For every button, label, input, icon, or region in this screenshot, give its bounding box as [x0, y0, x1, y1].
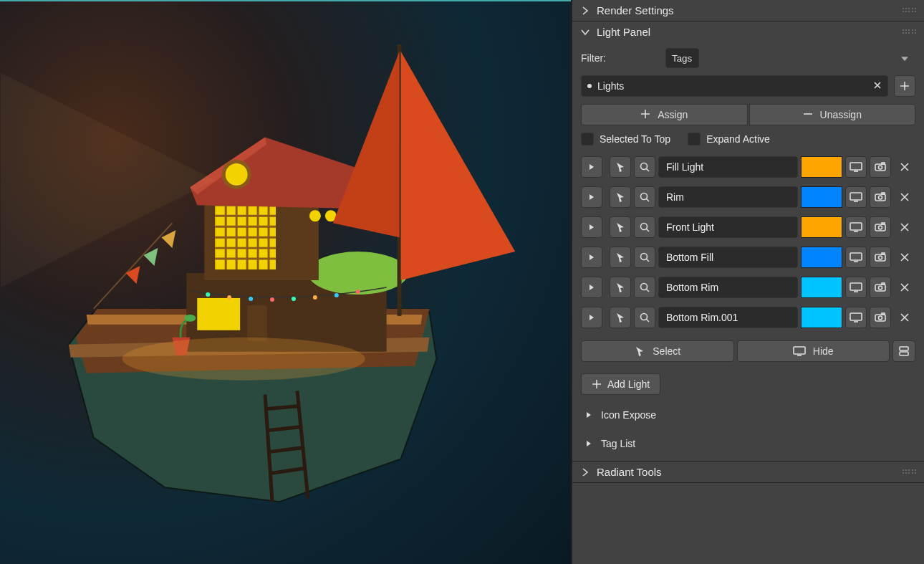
- panel-header-light-panel[interactable]: Light Panel: [572, 21, 924, 42]
- remove-light-button[interactable]: [894, 156, 915, 178]
- svg-point-36: [641, 254, 648, 260]
- svg-rect-32: [850, 223, 862, 230]
- light-name-text: Front Light: [666, 221, 714, 233]
- light-color-swatch[interactable]: [801, 307, 842, 328]
- add-tag-button[interactable]: [894, 75, 915, 97]
- remove-light-button[interactable]: [894, 307, 915, 328]
- render-visibility-button[interactable]: [870, 277, 891, 298]
- find-light-button[interactable]: [634, 277, 655, 298]
- select-button[interactable]: Select: [581, 340, 734, 362]
- find-light-button[interactable]: [634, 247, 655, 268]
- filter-label: Filter:: [581, 52, 660, 64]
- isolate-button[interactable]: [892, 340, 915, 362]
- light-color-swatch[interactable]: [801, 247, 842, 268]
- tag-chip-lights[interactable]: Lights: [581, 75, 888, 97]
- viewport-visibility-button[interactable]: [845, 307, 867, 328]
- assign-button[interactable]: Assign: [581, 104, 748, 125]
- find-light-button[interactable]: [634, 307, 655, 328]
- remove-light-button[interactable]: [894, 186, 915, 208]
- light-name-input[interactable]: Front Light: [658, 216, 798, 238]
- cursor-icon: [634, 345, 645, 357]
- expand-toggle[interactable]: [581, 247, 602, 268]
- close-icon[interactable]: [873, 80, 882, 92]
- select-light-button[interactable]: [610, 156, 631, 178]
- viewport-visibility-button[interactable]: [845, 156, 867, 178]
- select-light-button[interactable]: [610, 307, 631, 328]
- monitor-icon: [850, 222, 862, 232]
- chevron-right-icon: [579, 467, 591, 478]
- light-item: Bottom Fill: [581, 246, 915, 269]
- light-name-input[interactable]: Bottom Rim.001: [658, 307, 798, 328]
- light-color-swatch[interactable]: [801, 186, 842, 208]
- select-light-button[interactable]: [610, 277, 631, 298]
- light-color-swatch[interactable]: [801, 277, 842, 298]
- light-name-input[interactable]: Bottom Rim: [658, 277, 798, 298]
- light-item: Bottom Rim: [581, 276, 915, 299]
- light-name-text: Fill Light: [666, 161, 703, 173]
- svg-rect-50: [882, 313, 885, 315]
- selected-to-top-checkbox[interactable]: Selected To Top: [581, 133, 670, 145]
- hide-button[interactable]: Hide: [737, 340, 890, 362]
- option-label: Expand Active: [706, 133, 770, 145]
- find-light-button[interactable]: [634, 156, 655, 178]
- viewport-visibility-button[interactable]: [845, 186, 867, 208]
- light-name-input[interactable]: Rim: [658, 186, 798, 208]
- viewport-3d[interactable]: [0, 0, 571, 564]
- chevron-down-icon: [579, 27, 591, 38]
- render-visibility-button[interactable]: [870, 156, 891, 178]
- viewport-visibility-button[interactable]: [845, 277, 867, 298]
- close-icon: [900, 312, 910, 322]
- svg-point-41: [641, 284, 648, 290]
- expand-active-checkbox[interactable]: Expand Active: [688, 133, 770, 145]
- filter-mode-select[interactable]: Tags: [665, 48, 699, 68]
- render-visibility-button[interactable]: [870, 307, 891, 328]
- render-visibility-button[interactable]: [870, 247, 891, 268]
- remove-light-button[interactable]: [894, 247, 915, 268]
- subsection-tag-list[interactable]: Tag List: [581, 435, 915, 452]
- expand-toggle[interactable]: [581, 307, 602, 328]
- viewport-visibility-button[interactable]: [845, 247, 867, 268]
- expand-toggle[interactable]: [581, 156, 602, 178]
- triangle-right-icon: [584, 440, 594, 447]
- viewport-visibility-button[interactable]: [845, 216, 867, 238]
- light-name-text: Bottom Rim.001: [666, 312, 738, 323]
- drag-grip-icon[interactable]: [903, 469, 917, 475]
- triangle-right-icon: [584, 411, 594, 419]
- select-light-button[interactable]: [610, 216, 631, 238]
- find-light-button[interactable]: [634, 216, 655, 238]
- unassign-button[interactable]: Unassign: [749, 104, 916, 125]
- remove-light-button[interactable]: [894, 216, 915, 238]
- select-light-button[interactable]: [610, 186, 631, 208]
- light-name-input[interactable]: Bottom Fill: [658, 247, 798, 268]
- find-light-button[interactable]: [634, 186, 655, 208]
- light-color-swatch[interactable]: [801, 216, 842, 238]
- select-light-button[interactable]: [610, 247, 631, 268]
- camera-icon: [875, 162, 886, 172]
- panel-header-render-settings[interactable]: Render Settings: [572, 0, 924, 21]
- remove-light-button[interactable]: [894, 277, 915, 298]
- light-item: Rim: [581, 186, 915, 209]
- subsection-icon-expose[interactable]: Icon Expose: [581, 406, 915, 424]
- checkbox-icon: [688, 133, 701, 145]
- render-visibility-button[interactable]: [870, 216, 891, 238]
- camera-icon: [875, 252, 886, 262]
- panel-header-radiant-tools[interactable]: Radiant Tools: [572, 462, 924, 482]
- add-light-button[interactable]: Add Light: [581, 373, 660, 395]
- svg-rect-35: [882, 223, 885, 224]
- svg-rect-52: [900, 347, 908, 350]
- monitor-icon: [850, 312, 862, 322]
- expand-toggle[interactable]: [581, 216, 602, 238]
- light-name-input[interactable]: Fill Light: [658, 156, 798, 178]
- light-name-text: Bottom Fill: [666, 252, 713, 263]
- drag-grip-icon[interactable]: [903, 29, 917, 35]
- expand-toggle[interactable]: [581, 277, 602, 298]
- svg-rect-25: [882, 163, 885, 164]
- svg-point-26: [641, 193, 648, 200]
- svg-point-14: [270, 297, 274, 302]
- filter-row: Filter: Tags: [581, 48, 915, 68]
- drag-grip-icon[interactable]: [903, 8, 917, 14]
- light-color-swatch[interactable]: [801, 156, 842, 178]
- panel-title: Render Settings: [597, 4, 674, 16]
- render-visibility-button[interactable]: [870, 186, 891, 208]
- expand-toggle[interactable]: [581, 186, 602, 208]
